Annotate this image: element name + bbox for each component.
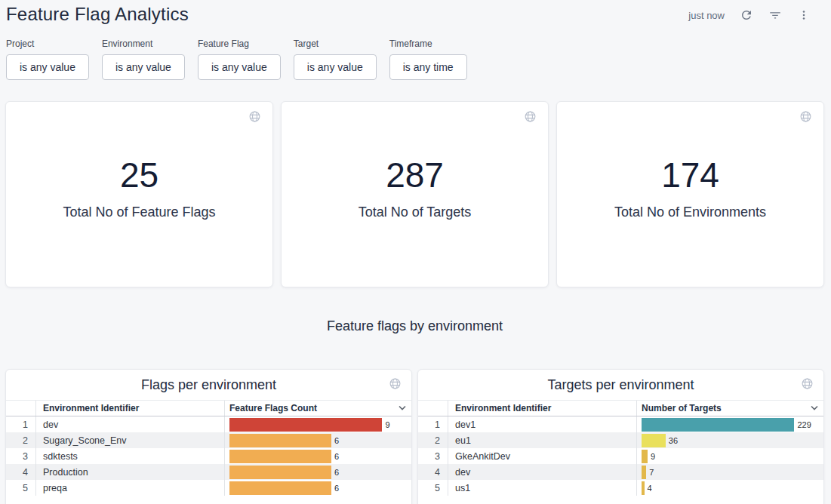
environment-identifier: us1 [448, 480, 636, 496]
column-header-environment-identifier[interactable]: Environment Identifier [448, 401, 636, 416]
globe-icon [248, 114, 261, 125]
column-header-index [418, 401, 448, 416]
bar-value-label: 229 [797, 420, 811, 429]
table-row: 3GkeAnkitDev9 [418, 448, 823, 464]
globe-icon [799, 114, 812, 125]
table-row: 1dev9 [6, 416, 411, 432]
chevron-down-icon[interactable] [810, 405, 819, 411]
filter-label: Feature Flag [198, 38, 281, 49]
bar-cell: 9 [636, 448, 823, 464]
bar-cell: 4 [636, 480, 823, 496]
refresh-icon [740, 8, 753, 22]
more-options-button[interactable] [797, 8, 811, 22]
filter-environment: Environmentis any value [102, 38, 185, 80]
refresh-status: just now [688, 10, 725, 21]
row-index: 5 [6, 480, 36, 496]
filter-label: Project [6, 38, 89, 49]
row-index: 4 [418, 464, 448, 480]
table-card-flags-per-environment: Flags per environmentEnvironment Identif… [5, 369, 412, 504]
value-bar [642, 434, 666, 447]
dashboard: Feature Flag Analytics just now Projecti… [0, 0, 831, 504]
value-bar [642, 450, 648, 463]
bar-value-label: 6 [334, 436, 339, 445]
value-bar [229, 450, 331, 463]
table-header-row: Environment IdentifierNumber of Targets [418, 400, 823, 416]
filter-feature-flag: Feature Flagis any value [198, 38, 281, 80]
refresh-button[interactable] [740, 8, 753, 22]
value-bar [229, 418, 382, 432]
table-header-row: Environment IdentifierFeature Flags Coun… [6, 400, 411, 416]
filter-value-button-target[interactable]: is any value [294, 54, 377, 80]
environment-identifier: dev1 [448, 416, 636, 432]
data-table: Environment IdentifierFeature Flags Coun… [6, 400, 411, 496]
filter-bar: Projectis any valueEnvironmentis any val… [5, 38, 824, 80]
bar-cell: 6 [224, 432, 411, 448]
tile-explore-button[interactable] [389, 377, 402, 390]
column-header-label: Environment Identifier [455, 403, 551, 413]
filters-button[interactable] [768, 8, 782, 22]
stat-card-total-no-of-targets: 287Total No of Targets [281, 101, 549, 287]
table-body: 1dev12292eu1363GkeAnkitDev94dev75us14 [418, 416, 823, 496]
tile-explore-button[interactable] [248, 110, 261, 123]
kebab-menu-icon [797, 8, 811, 22]
column-header-environment-identifier[interactable]: Environment Identifier [36, 401, 224, 416]
chevron-down-icon[interactable] [398, 405, 407, 411]
filter-value-button-timeframe[interactable]: is any time [389, 54, 467, 80]
filter-value-button-environment[interactable]: is any value [102, 54, 185, 80]
environment-identifier: Sugary_Scone_Env [36, 432, 224, 448]
bar-cell: 229 [636, 416, 823, 432]
stat-label: Total No of Targets [359, 204, 472, 220]
section-title: Feature flags by environment [5, 318, 824, 334]
column-header-feature-flags-count[interactable]: Feature Flags Count [224, 401, 411, 416]
table-row: 2eu136 [418, 432, 823, 448]
bar-value-label: 9 [385, 420, 389, 429]
column-header-number-of-targets[interactable]: Number of Targets [636, 401, 823, 416]
table-title: Targets per environment [418, 370, 823, 400]
stat-card-total-no-of-environments: 174Total No of Environments [556, 101, 824, 287]
tile-explore-button[interactable] [801, 377, 814, 390]
filter-value-button-project[interactable]: is any value [6, 54, 89, 80]
row-index: 2 [6, 432, 36, 448]
row-index: 1 [6, 416, 36, 432]
bar-cell: 6 [224, 464, 411, 480]
bar-value-label: 36 [669, 436, 678, 445]
value-bar [642, 418, 794, 432]
bar-value-label: 6 [334, 468, 339, 477]
filter-icon [768, 8, 782, 22]
stat-label: Total No of Feature Flags [63, 204, 215, 220]
bar-value-label: 6 [334, 484, 339, 493]
value-bar [642, 481, 645, 495]
bar-value-label: 7 [649, 468, 654, 477]
bar-cell: 36 [636, 432, 823, 448]
environment-identifier: eu1 [448, 432, 636, 448]
environment-identifier: GkeAnkitDev [448, 448, 636, 464]
data-table: Environment IdentifierNumber of Targets1… [418, 400, 823, 496]
filter-target: Targetis any value [294, 38, 377, 80]
filter-value-button-feature-flag[interactable]: is any value [198, 54, 281, 80]
globe-icon [524, 114, 537, 125]
table-row: 2Sugary_Scone_Env6 [6, 432, 411, 448]
filter-label: Environment [102, 38, 185, 49]
row-index: 3 [6, 448, 36, 464]
filter-project: Projectis any value [6, 38, 89, 80]
row-index: 3 [418, 448, 448, 464]
column-header-label: Environment Identifier [43, 403, 139, 413]
tile-explore-button[interactable] [524, 110, 537, 123]
dashboard-header: Feature Flag Analytics just now [5, 0, 824, 25]
table-cards-row: Flags per environmentEnvironment Identif… [5, 369, 824, 504]
row-index: 2 [418, 432, 448, 448]
value-bar [642, 466, 646, 479]
column-header-index [6, 401, 36, 416]
stat-cards-row: 25Total No of Feature Flags287Total No o… [5, 101, 824, 287]
header-actions: just now [688, 4, 821, 22]
column-header-label: Feature Flags Count [229, 403, 317, 413]
table-row: 1dev1229 [418, 416, 823, 432]
column-header-label: Number of Targets [642, 403, 722, 413]
bar-value-label: 9 [651, 452, 655, 461]
row-index: 5 [418, 480, 448, 496]
bar-value-label: 6 [334, 452, 339, 461]
globe-icon [389, 381, 402, 392]
stat-value: 25 [120, 158, 159, 192]
tile-explore-button[interactable] [799, 110, 812, 123]
bar-value-label: 4 [648, 484, 652, 493]
